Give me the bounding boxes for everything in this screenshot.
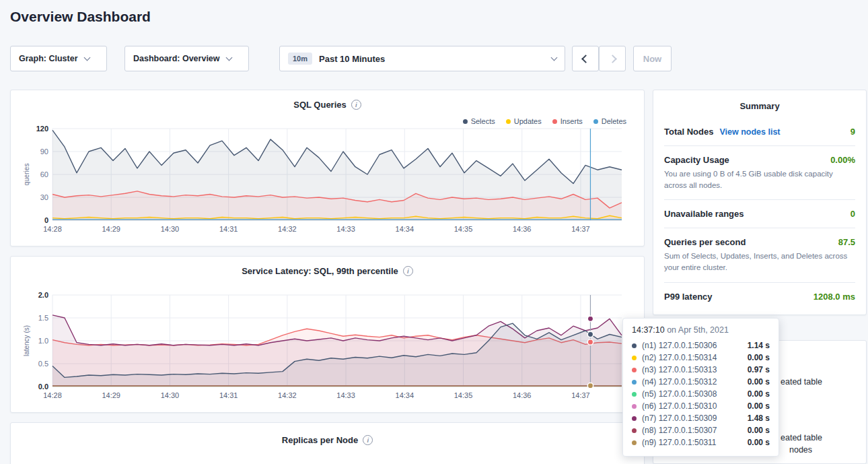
summary-row-queries-per-second: Queries per second 87.5 Sum of Selects, … (664, 228, 855, 282)
time-range-badge: 10m (288, 53, 312, 65)
event-item-text-fragment[interactable]: eated table (781, 377, 822, 387)
page-title: Overview Dashboard (10, 9, 151, 25)
graph-dropdown-value: Cluster (48, 54, 77, 63)
legend-label: Updates (514, 117, 542, 125)
tooltip-node-value: 0.00 s (748, 377, 770, 387)
tooltip-node-value: 1.48 s (748, 413, 770, 423)
graph-dropdown[interactable]: Graph: Cluster (10, 46, 107, 71)
unavailable-ranges-value: 0 (851, 209, 855, 219)
legend-dot-icon (463, 119, 468, 124)
legend-label: Deletes (602, 117, 626, 125)
unavailable-ranges-label: Unavailable ranges (664, 209, 744, 219)
legend-item-updates[interactable]: Updates (506, 117, 542, 125)
total-nodes-value: 9 (851, 127, 855, 137)
chevron-down-icon (551, 54, 558, 61)
event-item-text-fragment[interactable]: nodes (789, 445, 812, 455)
tooltip-node-row: (n3) 127.0.0.1:503130.97 s (632, 364, 770, 376)
svg-text:14:37: 14:37 (571, 391, 590, 399)
capacity-usage-label: Capacity Usage (664, 155, 729, 165)
sql-chart-legend: SelectsUpdatesInsertsDeletes (463, 117, 626, 125)
tooltip-node-row: (n7) 127.0.0.1:503091.48 s (632, 412, 770, 424)
chart-title-replicas-per-node: Replicas per Node (282, 435, 358, 445)
tooltip-node-address: (n1) 127.0.0.1:50306 (642, 341, 742, 350)
svg-text:30: 30 (40, 193, 48, 201)
svg-text:14:34: 14:34 (396, 225, 414, 233)
sql-queries-chart[interactable]: 030609012014:2814:2914:3014:3114:3214:33… (22, 123, 632, 239)
svg-text:14:33: 14:33 (336, 225, 355, 233)
queries-per-second-label: Queries per second (664, 237, 746, 247)
tooltip-date: on Apr 5th, 2021 (667, 325, 729, 335)
svg-text:14:28: 14:28 (43, 225, 62, 233)
node-color-dot-icon (632, 416, 637, 421)
time-range-selector[interactable]: 10m Past 10 Minutes (279, 46, 565, 71)
p99-latency-value: 1208.0 ms (813, 292, 855, 302)
svg-text:14:37: 14:37 (571, 225, 590, 233)
svg-text:14:35: 14:35 (454, 225, 473, 233)
info-icon[interactable]: i (363, 435, 373, 445)
tooltip-node-row: (n8) 127.0.0.1:503070.00 s (632, 424, 770, 436)
node-color-dot-icon (632, 404, 637, 409)
time-range-next-button[interactable] (599, 46, 626, 71)
chevron-down-icon (83, 54, 90, 61)
svg-text:14:36: 14:36 (513, 391, 532, 399)
svg-text:0: 0 (44, 216, 48, 224)
legend-item-inserts[interactable]: Inserts (552, 117, 583, 125)
sql-queries-chart-panel: SQL Queries i SelectsUpdatesInsertsDelet… (10, 90, 645, 246)
tooltip-node-value: 0.00 s (748, 401, 770, 411)
svg-text:2.0: 2.0 (38, 291, 48, 299)
queries-per-second-value: 87.5 (838, 237, 855, 247)
tooltip-node-row: (n2) 127.0.0.1:503140.00 s (632, 352, 770, 364)
chevron-left-icon (581, 55, 590, 63)
tooltip-rows: (n1) 127.0.0.1:503061.14 s(n2) 127.0.0.1… (632, 339, 770, 449)
tooltip-node-value: 0.00 s (748, 438, 770, 447)
svg-text:14:32: 14:32 (278, 225, 297, 233)
tooltip-node-address: (n9) 127.0.0.1:50311 (642, 438, 742, 447)
tooltip-node-address: (n5) 127.0.0.1:50308 (642, 389, 742, 399)
svg-text:1.0: 1.0 (38, 337, 48, 345)
svg-text:14:35: 14:35 (454, 391, 473, 399)
node-color-dot-icon (632, 428, 637, 433)
svg-text:14:30: 14:30 (161, 391, 180, 399)
summary-title: Summary (664, 90, 855, 118)
event-item-text-fragment[interactable]: eated table (781, 433, 822, 442)
chart-title-service-latency: Service Latency: SQL, 99th percentile (242, 266, 398, 276)
node-color-dot-icon (632, 440, 637, 445)
svg-text:14:31: 14:31 (219, 225, 238, 233)
legend-dot-icon (552, 119, 557, 124)
chart-title-sql-queries: SQL Queries (293, 100, 347, 110)
svg-text:14:36: 14:36 (513, 225, 532, 233)
svg-text:14:29: 14:29 (102, 391, 120, 399)
svg-text:90: 90 (40, 147, 48, 156)
info-icon[interactable]: i (351, 100, 361, 110)
info-icon[interactable]: i (403, 266, 413, 276)
time-range-prev-button[interactable] (572, 46, 599, 71)
svg-text:120: 120 (36, 125, 48, 133)
view-nodes-list-link[interactable]: View nodes list (719, 127, 780, 137)
service-latency-chart-panel: Service Latency: SQL, 99th percentile i … (10, 256, 645, 413)
summary-row-unavailable-ranges: Unavailable ranges 0 (664, 200, 855, 228)
tooltip-node-row: (n4) 127.0.0.1:503120.00 s (632, 376, 770, 388)
replicas-per-node-chart-panel: Replicas per Node i (10, 422, 645, 464)
total-nodes-label: Total Nodes (664, 127, 713, 137)
tooltip-time: 14:37:10 (632, 325, 665, 335)
tooltip-node-value: 1.14 s (748, 341, 770, 350)
svg-text:14:29: 14:29 (102, 225, 120, 233)
svg-text:60: 60 (40, 170, 48, 178)
node-color-dot-icon (632, 356, 637, 360)
tooltip-node-row: (n6) 127.0.0.1:503100.00 s (632, 400, 770, 412)
dashboard-dropdown[interactable]: Dashboard: Overview (124, 46, 249, 71)
tooltip-node-value: 0.00 s (748, 426, 770, 435)
tooltip-node-row: (n1) 127.0.0.1:503061.14 s (632, 339, 770, 352)
chevron-right-icon (608, 55, 617, 63)
legend-item-deletes[interactable]: Deletes (593, 117, 626, 125)
svg-text:queries: queries (23, 164, 30, 186)
tooltip-timestamp: 14:37:10 on Apr 5th, 2021 (632, 325, 770, 335)
service-latency-chart[interactable]: 0.00.51.01.52.014:2814:2914:3014:3114:32… (22, 290, 632, 405)
svg-text:14:30: 14:30 (161, 225, 180, 233)
legend-item-selects[interactable]: Selects (463, 117, 495, 125)
tooltip-node-value: 0.00 s (748, 389, 770, 399)
node-color-dot-icon (632, 380, 637, 385)
now-button[interactable]: Now (633, 46, 672, 71)
tooltip-node-value: 0.00 s (748, 353, 770, 362)
svg-text:latency (s): latency (s) (23, 325, 30, 356)
